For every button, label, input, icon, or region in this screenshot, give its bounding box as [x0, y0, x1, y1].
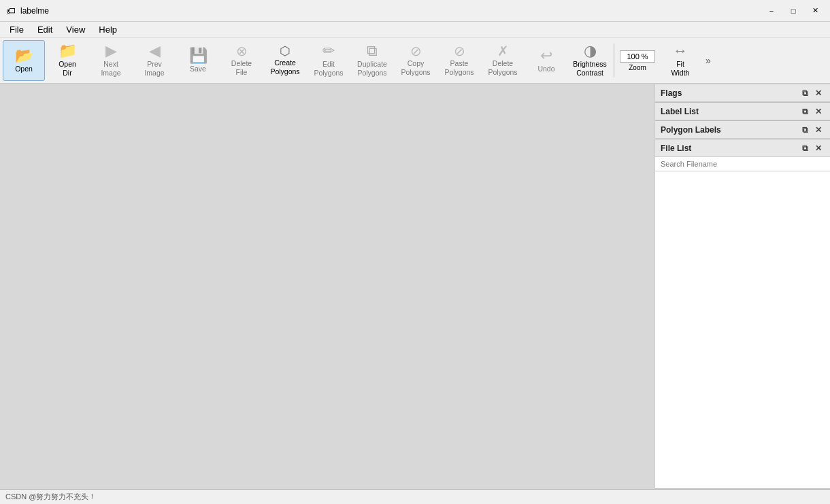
- toolbar-separator: [614, 44, 614, 78]
- edit-polygons-icon: ✏: [322, 44, 335, 58]
- toolbar-save-button[interactable]: 💾 Save: [177, 40, 219, 81]
- title-bar: 🏷 labelme − □ ✕: [0, 0, 830, 22]
- fit-width-label: FitWidth: [671, 60, 690, 77]
- open-dir-icon: 📁: [59, 44, 77, 58]
- menu-edit[interactable]: Edit: [31, 23, 59, 36]
- brightness-icon: ◑: [584, 44, 597, 58]
- main-area: Flags ⧉ ✕ Label List ⧉ ✕ Polygon Labels …: [0, 84, 830, 489]
- polygon-labels-float-button[interactable]: ⧉: [799, 124, 811, 136]
- zoom-value: 100 %: [620, 50, 655, 63]
- canvas-area: [0, 84, 654, 489]
- paste-polygons-label: PastePolygons: [444, 59, 474, 76]
- file-list-float-button[interactable]: ⧉: [799, 142, 811, 154]
- save-label: Save: [190, 65, 206, 73]
- toolbar-next-image-button[interactable]: ▶ NextImage: [90, 40, 132, 81]
- edit-polygons-label: EditPolygons: [314, 60, 343, 77]
- polygon-labels-close-button[interactable]: ✕: [812, 124, 825, 136]
- flags-header: Flags ⧉ ✕: [655, 84, 830, 102]
- toolbar-edit-polygons-button[interactable]: ✏ EditPolygons: [308, 40, 350, 81]
- close-button[interactable]: ✕: [806, 4, 825, 18]
- file-list-title: File List: [661, 144, 797, 153]
- brightness-label: BrightnessContrast: [573, 60, 607, 77]
- create-polygons-label: CreatePolygons: [270, 58, 299, 75]
- menu-file[interactable]: File: [3, 23, 31, 36]
- file-list-content: [655, 157, 830, 488]
- toolbar-more-button[interactable]: »: [703, 40, 714, 81]
- toolbar-prev-image-button[interactable]: ◀ PrevImage: [133, 40, 176, 81]
- toolbar-duplicate-polygons-button[interactable]: ⧉ DuplicatePolygons: [351, 40, 393, 81]
- status-text: CSDN @努力努力不充头！: [5, 492, 96, 502]
- polygon-labels-title: Polygon Labels: [661, 125, 797, 135]
- duplicate-polygons-label: DuplicatePolygons: [357, 60, 387, 77]
- undo-icon: ↩: [540, 48, 552, 63]
- file-list-header: File List ⧉ ✕: [655, 139, 830, 157]
- file-list-close-button[interactable]: ✕: [812, 142, 825, 154]
- toolbar-delete-file-button[interactable]: ⊗ DeleteFile: [220, 40, 263, 81]
- label-list-title: Label List: [661, 107, 797, 116]
- delete-file-label: DeleteFile: [231, 59, 252, 76]
- copy-polygons-icon: ⊘: [410, 44, 422, 58]
- fit-width-icon: ↔: [673, 44, 688, 58]
- toolbar-undo-button[interactable]: ↩ Undo: [525, 40, 567, 81]
- open-dir-label: OpenDir: [59, 60, 76, 77]
- delete-polygons-label: DeletePolygons: [488, 59, 517, 76]
- delete-file-icon: ⊗: [236, 44, 248, 58]
- right-panel: Flags ⧉ ✕ Label List ⧉ ✕ Polygon Labels …: [654, 84, 830, 489]
- window-controls: − □ ✕: [762, 4, 825, 18]
- toolbar-brightness-contrast-button[interactable]: ◑ BrightnessContrast: [569, 40, 611, 81]
- create-polygons-icon: ⬡: [280, 45, 290, 57]
- maximize-button[interactable]: □: [784, 4, 803, 18]
- polygon-labels-header: Polygon Labels ⧉ ✕: [655, 121, 830, 139]
- toolbar-fit-width-button[interactable]: ↔ FitWidth: [659, 40, 701, 81]
- label-list-section: Label List ⧉ ✕: [655, 103, 830, 121]
- flags-section: Flags ⧉ ✕: [655, 84, 830, 103]
- delete-polygons-icon: ✗: [497, 44, 509, 58]
- toolbar-paste-polygons-button[interactable]: ⊘ PastePolygons: [438, 40, 480, 81]
- zoom-label: Zoom: [629, 64, 646, 71]
- label-list-header: Label List ⧉ ✕: [655, 103, 830, 120]
- status-bar: CSDN @努力努力不充头！: [0, 489, 830, 504]
- duplicate-polygons-icon: ⧉: [367, 44, 378, 58]
- undo-label: Undo: [537, 65, 554, 73]
- minimize-button[interactable]: −: [762, 4, 781, 18]
- flags-title: Flags: [661, 88, 797, 98]
- flags-close-button[interactable]: ✕: [812, 87, 825, 99]
- zoom-group: 100 % Zoom: [617, 40, 658, 81]
- label-list-float-button[interactable]: ⧉: [799, 105, 811, 118]
- prev-image-label: PrevImage: [144, 60, 164, 77]
- file-list-section: File List ⧉ ✕: [655, 139, 830, 489]
- search-filename-input[interactable]: [655, 157, 830, 171]
- next-image-icon: ▶: [105, 44, 117, 58]
- flags-float-button[interactable]: ⧉: [799, 87, 811, 99]
- menu-view[interactable]: View: [59, 23, 92, 36]
- save-icon: 💾: [189, 48, 208, 63]
- copy-polygons-label: CopyPolygons: [401, 59, 430, 76]
- toolbar: 📂 Open 📁 OpenDir ▶ NextImage ◀ PrevImage…: [0, 38, 830, 84]
- menu-help[interactable]: Help: [92, 23, 124, 36]
- polygon-labels-section: Polygon Labels ⧉ ✕: [655, 121, 830, 139]
- app-title: labelme: [20, 6, 762, 16]
- app-icon: 🏷: [5, 5, 16, 16]
- next-image-label: NextImage: [101, 60, 120, 77]
- prev-image-icon: ◀: [149, 44, 161, 58]
- open-label: Open: [15, 65, 33, 73]
- toolbar-delete-polygons-button[interactable]: ✗ DeletePolygons: [482, 40, 524, 81]
- open-icon: 📂: [15, 48, 33, 63]
- toolbar-create-polygons-button[interactable]: ⬡ CreatePolygons: [264, 40, 306, 81]
- menu-bar: File Edit View Help: [0, 22, 830, 38]
- paste-polygons-icon: ⊘: [454, 44, 465, 58]
- toolbar-open-button[interactable]: 📂 Open: [3, 40, 45, 81]
- label-list-close-button[interactable]: ✕: [812, 105, 825, 118]
- toolbar-copy-polygons-button[interactable]: ⊘ CopyPolygons: [395, 40, 437, 81]
- toolbar-open-dir-button[interactable]: 📁 OpenDir: [46, 40, 88, 81]
